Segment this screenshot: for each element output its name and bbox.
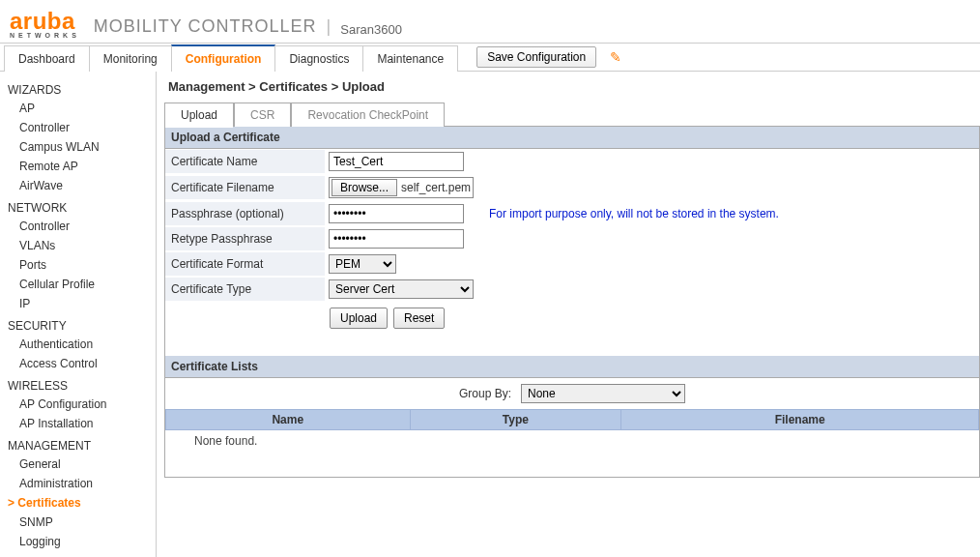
pin-icon[interactable]: ✎	[610, 49, 621, 65]
sidebar-item-authentication[interactable]: Authentication	[8, 335, 156, 354]
sidebar-item-vlans[interactable]: VLANs	[8, 236, 156, 255]
tab-diagnostics[interactable]: Diagnostics	[274, 45, 363, 72]
col-filename[interactable]: Filename	[621, 410, 979, 430]
sidebar-item-ap-installation[interactable]: AP Installation	[8, 414, 156, 433]
cert-type-select[interactable]: Server Cert	[329, 279, 474, 299]
product-title: MOBILITY CONTROLLER	[94, 16, 317, 39]
passphrase-hint: For import purpose only, will not be sto…	[489, 207, 779, 220]
label-retype-passphrase: Retype Passphrase	[165, 227, 325, 251]
header-separator: |	[327, 16, 331, 39]
label-cert-name: Certificate Name	[165, 150, 325, 174]
tab-maintenance[interactable]: Maintenance	[362, 45, 458, 72]
sidebar-item-logging[interactable]: Logging	[8, 532, 156, 551]
brand-main: aruba	[10, 8, 75, 34]
sidebar-group-wizards: WIZARDS	[8, 77, 156, 99]
passphrase-input[interactable]	[329, 204, 464, 223]
subtab-upload[interactable]: Upload	[164, 103, 234, 127]
cert-format-select[interactable]: PEM	[329, 254, 396, 274]
tab-configuration[interactable]: Configuration	[171, 44, 276, 72]
brand-logo: aruba NETWORKS	[10, 8, 80, 39]
save-configuration-button[interactable]: Save Configuration	[476, 46, 596, 68]
sidebar-group-wireless: WIRELESS	[8, 373, 156, 395]
tab-dashboard[interactable]: Dashboard	[4, 45, 90, 72]
sidebar-group-network: NETWORK	[8, 195, 156, 217]
top-nav: Dashboard Monitoring Configuration Diagn…	[0, 43, 980, 72]
brand-sub: NETWORKS	[10, 32, 80, 39]
col-name[interactable]: Name	[166, 410, 411, 430]
label-cert-file: Certificate Filename	[165, 176, 325, 200]
cert-lists-title: Certificate Lists	[165, 356, 979, 378]
groupby-label: Group By:	[459, 387, 511, 400]
selected-filename: self_cert.pem	[401, 181, 471, 194]
sidebar-item-ap-configuration[interactable]: AP Configuration	[8, 395, 156, 414]
browse-button[interactable]: Browse...	[331, 179, 397, 196]
sidebar-item-controller-net[interactable]: Controller	[8, 217, 156, 236]
sidebar-item-remote-ap[interactable]: Remote AP	[8, 157, 156, 176]
reset-button[interactable]: Reset	[393, 308, 445, 329]
sidebar-item-ap[interactable]: AP	[8, 99, 156, 118]
sidebar-item-controller-wiz[interactable]: Controller	[8, 118, 156, 137]
device-name: Saran3600	[340, 22, 402, 39]
cert-name-input[interactable]	[329, 152, 464, 171]
sidebar-item-cellular-profile[interactable]: Cellular Profile	[8, 275, 156, 294]
label-cert-type: Certificate Type	[165, 278, 325, 302]
upload-button[interactable]: Upload	[330, 308, 388, 329]
upload-panel: Upload a Certificate Certificate Name Ce…	[164, 127, 980, 478]
sidebar-item-ip[interactable]: IP	[8, 294, 156, 313]
sidebar-group-security: SECURITY	[8, 313, 156, 335]
groupby-select[interactable]: None	[521, 384, 685, 403]
sidebar-item-snmp[interactable]: SNMP	[8, 513, 156, 532]
cert-list-table: Name Type Filename	[165, 409, 979, 430]
subtab-revocation-checkpoint[interactable]: Revocation CheckPoint	[291, 103, 445, 127]
sidebar-item-certificates[interactable]: Certificates	[8, 493, 156, 513]
sidebar: WIZARDS AP Controller Campus WLAN Remote…	[0, 72, 157, 557]
main-content: Management > Certificates > Upload Uploa…	[157, 72, 980, 557]
retype-passphrase-input[interactable]	[329, 229, 464, 249]
sidebar-item-airwave[interactable]: AirWave	[8, 176, 156, 195]
sidebar-item-campus-wlan[interactable]: Campus WLAN	[8, 137, 156, 157]
breadcrumb: Management > Certificates > Upload	[164, 77, 980, 102]
empty-list-text: None found.	[165, 430, 979, 477]
tab-monitoring[interactable]: Monitoring	[89, 45, 172, 72]
sidebar-item-access-control[interactable]: Access Control	[8, 354, 156, 373]
col-type[interactable]: Type	[410, 410, 621, 430]
subtab-csr[interactable]: CSR	[234, 103, 291, 127]
sidebar-group-management: MANAGEMENT	[8, 433, 156, 454]
upload-section-title: Upload a Certificate	[165, 127, 979, 149]
sub-tabs: Upload CSR Revocation CheckPoint	[164, 102, 980, 127]
label-cert-format: Certificate Format	[165, 252, 325, 277]
header-bar: aruba NETWORKS MOBILITY CONTROLLER | Sar…	[0, 0, 980, 43]
sidebar-item-administration[interactable]: Administration	[8, 474, 156, 493]
sidebar-item-general[interactable]: General	[8, 454, 156, 474]
sidebar-item-ports[interactable]: Ports	[8, 255, 156, 275]
label-passphrase: Passphrase (optional)	[165, 202, 325, 226]
